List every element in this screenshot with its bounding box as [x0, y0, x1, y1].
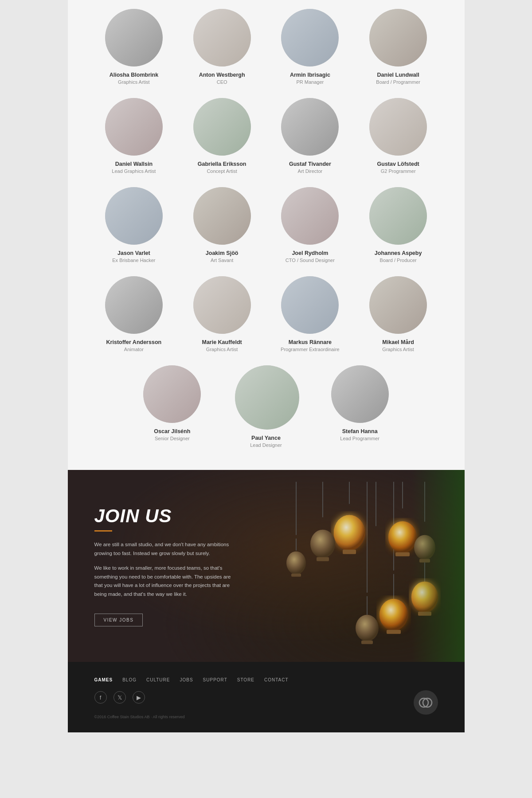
member-name: Joel Rydholm	[279, 250, 341, 256]
member-role: CTO / Sound Designer	[279, 258, 341, 263]
footer-social: f 𝕏 ▶	[94, 691, 438, 704]
logo-icon	[418, 695, 434, 711]
logo-circle	[414, 690, 438, 715]
youtube-icon[interactable]: ▶	[133, 691, 145, 704]
list-item: Joel Rydholm CTO / Sound Designer	[279, 187, 341, 263]
join-title: JOIN US	[94, 505, 236, 527]
join-section: JOIN US We are still a small studio, and…	[68, 470, 465, 662]
list-item: Armin Ibrisagic PR Manager	[279, 9, 341, 85]
member-name: Kristoffer Andersson	[103, 339, 165, 345]
svg-rect-14	[395, 552, 410, 556]
list-item: Anton Westbergh CEO	[191, 9, 253, 85]
member-name: Markus Rännare	[279, 339, 341, 345]
member-name: Oscar Jilsénh	[141, 428, 203, 434]
footer-nav-contact[interactable]: CONTACT	[264, 677, 289, 682]
member-role: Graphics Artist	[367, 347, 429, 352]
list-item: Kristoffer Andersson Animator	[103, 276, 165, 352]
plant-overlay	[411, 470, 465, 662]
member-name: Stefan Hanna	[329, 428, 391, 434]
svg-rect-22	[387, 630, 401, 634]
team-row-1: Aliosha Blombrink Graphics Artist Anton …	[94, 9, 438, 85]
member-role: CEO	[191, 79, 253, 85]
member-role: Concept Artist	[191, 168, 253, 174]
join-content: JOIN US We are still a small studio, and…	[94, 505, 236, 626]
svg-point-9	[334, 515, 365, 551]
view-jobs-button[interactable]: VIEW JOBS	[94, 614, 143, 626]
member-role: Lead Designer	[235, 442, 297, 448]
member-role: Lead Graphics Artist	[103, 168, 165, 174]
footer-nav-jobs[interactable]: JOBS	[180, 677, 193, 682]
member-name: Gustav Löfstedt	[367, 161, 429, 167]
member-name: Paul Yance	[235, 435, 297, 441]
svg-point-21	[379, 599, 408, 631]
team-row-5: Oscar Jilsénh Senior Designer Paul Yance…	[94, 365, 438, 448]
member-role: G2 Programmer	[367, 168, 429, 174]
member-role: Graphics Artist	[191, 347, 253, 352]
footer-nav-support[interactable]: SUPPORT	[203, 677, 227, 682]
join-underline	[94, 530, 112, 532]
member-role: Programmer Extraordinaire	[279, 347, 341, 352]
footer-copyright: ©2016 Coffee Stain Studios AB · All righ…	[94, 715, 438, 719]
svg-rect-12	[317, 557, 329, 561]
svg-rect-25	[291, 574, 301, 577]
footer-nav: GAMES BLOG CULTURE JOBS SUPPORT STORE CO…	[94, 677, 438, 682]
member-name: Jason Varlet	[103, 250, 165, 256]
list-item: Joakim Sjöö Art Savant	[191, 187, 253, 263]
list-item: Gabriella Eriksson Concept Artist	[191, 98, 253, 174]
list-item: Gustav Löfstedt G2 Programmer	[367, 98, 429, 174]
list-item: Stefan Hanna Lead Programmer	[329, 365, 391, 448]
facebook-icon[interactable]: f	[94, 691, 107, 704]
member-name: Daniel Lundwall	[367, 72, 429, 78]
join-paragraph-2: We like to work in smaller, more focused…	[94, 564, 236, 598]
member-role: Ex Brisbane Hacker	[103, 258, 165, 263]
member-role: Art Savant	[191, 258, 253, 263]
footer: GAMES BLOG CULTURE JOBS SUPPORT STORE CO…	[68, 662, 465, 732]
member-name: Joakim Sjöö	[191, 250, 253, 256]
join-paragraph-1: We are still a small studio, and we don'…	[94, 540, 236, 558]
footer-nav-blog[interactable]: BLOG	[122, 677, 137, 682]
member-role: Animator	[103, 347, 165, 352]
list-item: Paul Yance Lead Designer	[235, 365, 297, 448]
member-name: Armin Ibrisagic	[279, 72, 341, 78]
member-role: Board / Producer	[367, 258, 429, 263]
list-item: Johannes Aspeby Board / Producer	[367, 187, 429, 263]
member-role: Senior Designer	[141, 436, 203, 441]
footer-nav-store[interactable]: STORE	[237, 677, 254, 682]
list-item: Daniel Lundwall Board / Programmer	[367, 9, 429, 85]
list-item: Gustaf Tivander Art Director	[279, 98, 341, 174]
member-role: Graphics Artist	[103, 79, 165, 85]
footer-nav-games[interactable]: GAMES	[94, 677, 113, 682]
list-item: Aliosha Blombrink Graphics Artist	[103, 9, 165, 85]
team-row-4: Kristoffer Andersson Animator Marie Kauf…	[94, 276, 438, 352]
member-name: Daniel Wallsin	[103, 161, 165, 167]
team-section: Aliosha Blombrink Graphics Artist Anton …	[68, 0, 465, 470]
footer-nav-culture[interactable]: CULTURE	[146, 677, 170, 682]
member-name: Marie Kauffeldt	[191, 339, 253, 345]
team-row-2: Daniel Wallsin Lead Graphics Artist Gabr…	[94, 98, 438, 174]
svg-rect-28	[361, 641, 373, 644]
list-item: Markus Rännare Programmer Extraordinaire	[279, 276, 341, 352]
member-name: Gabriella Eriksson	[191, 161, 253, 167]
member-role: Art Director	[279, 168, 341, 174]
member-name: Aliosha Blombrink	[103, 72, 165, 78]
list-item: Daniel Wallsin Lead Graphics Artist	[103, 98, 165, 174]
member-name: Gustaf Tivander	[279, 161, 341, 167]
footer-logo	[414, 690, 438, 715]
member-role: Board / Programmer	[367, 79, 429, 85]
svg-point-11	[310, 530, 335, 558]
team-row-3: Jason Varlet Ex Brisbane Hacker Joakim S…	[94, 187, 438, 263]
member-role: PR Manager	[279, 79, 341, 85]
svg-rect-10	[343, 550, 356, 554]
member-name: Anton Westbergh	[191, 72, 253, 78]
list-item: Jason Varlet Ex Brisbane Hacker	[103, 187, 165, 263]
svg-point-24	[286, 552, 306, 575]
list-item: Marie Kauffeldt Graphics Artist	[191, 276, 253, 352]
member-name: Mikael Mård	[367, 339, 429, 345]
list-item: Oscar Jilsénh Senior Designer	[141, 365, 203, 448]
member-role: Lead Programmer	[329, 436, 391, 441]
list-item: Mikael Mård Graphics Artist	[367, 276, 429, 352]
svg-point-27	[356, 615, 379, 642]
member-name: Johannes Aspeby	[367, 250, 429, 256]
twitter-icon[interactable]: 𝕏	[113, 691, 126, 704]
